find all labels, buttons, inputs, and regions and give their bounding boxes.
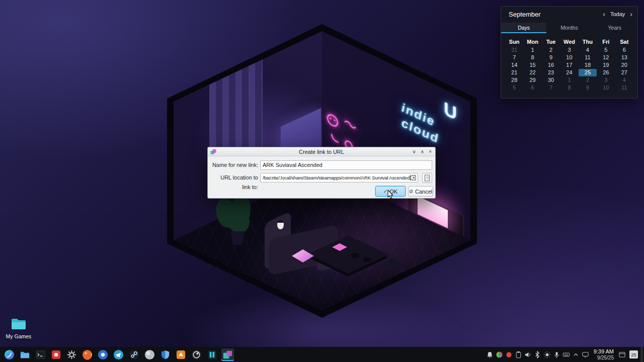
calendar-day[interactable]: 11 (579, 54, 597, 61)
calendar-day[interactable]: 13 (615, 54, 633, 61)
day-badge[interactable]: 25 (629, 350, 638, 358)
taskbar-app-shield[interactable] (159, 348, 172, 361)
name-input[interactable]: ARK Suviaval Ascended (260, 160, 432, 170)
calendar-day[interactable]: 12 (597, 54, 615, 61)
microphone-icon[interactable] (552, 348, 561, 360)
calendar-day[interactable]: 3 (597, 76, 615, 84)
desktop-icon-label: My Games (6, 333, 32, 339)
calendar-day-selected[interactable]: 25 (579, 69, 597, 76)
color-wheel-icon[interactable] (495, 348, 504, 360)
bluetooth-icon[interactable] (533, 348, 542, 360)
calendar-day[interactable]: 2 (542, 46, 560, 54)
taskbar-app-blue[interactable] (97, 348, 109, 361)
calendar-day[interactable]: 4 (615, 76, 633, 84)
taskbar-app-orange[interactable] (175, 348, 187, 361)
record-icon[interactable] (504, 348, 514, 360)
calendar-day[interactable]: 18 (579, 61, 597, 69)
taskbar-app-terminal[interactable] (34, 348, 47, 361)
taskbar-app-launcher[interactable] (3, 348, 16, 361)
calendar-day[interactable]: 19 (597, 61, 615, 69)
calendar-day[interactable]: 2 (579, 76, 597, 84)
calendar-day[interactable]: 10 (560, 54, 578, 61)
controller (351, 253, 359, 258)
taskbar-app-steam[interactable] (128, 348, 140, 361)
calendar-day[interactable]: 3 (560, 46, 578, 54)
penguin-figure (277, 220, 284, 229)
calendar-day[interactable]: 28 (505, 76, 523, 84)
calendar-weekday: Mon (523, 38, 541, 46)
calendar-day[interactable]: 17 (560, 61, 578, 69)
browse-file-button[interactable] (422, 173, 432, 183)
show-desktop-strip[interactable] (640, 347, 643, 362)
taskbar-app-obs[interactable] (190, 348, 203, 361)
taskbar-app-messenger[interactable] (112, 348, 125, 361)
clipboard-icon[interactable] (514, 348, 523, 360)
calendar-day[interactable]: 8 (560, 84, 578, 92)
panel-icon[interactable] (617, 348, 627, 360)
taskbar-app-settings[interactable] (65, 348, 78, 361)
calendar-tab-days[interactable]: Days (501, 23, 546, 33)
tray-expand-icon[interactable] (571, 348, 581, 360)
cancel-icon: ⊘ (409, 189, 413, 194)
calendar-day[interactable]: 1 (560, 76, 578, 84)
calendar-day[interactable]: 4 (579, 46, 597, 54)
brightness-icon[interactable] (542, 348, 552, 360)
cancel-button[interactable]: ⊘ Cancel (408, 186, 433, 197)
calendar-day[interactable]: 10 (597, 84, 615, 92)
minimize-icon[interactable]: ∨ (413, 147, 416, 156)
taskbar-clock[interactable]: 9:39 AM 9/25/25 (591, 348, 617, 360)
calendar-day[interactable]: 15 (523, 61, 541, 69)
calendar-day[interactable]: 16 (542, 61, 560, 69)
clock-date: 9/25/25 (594, 355, 614, 361)
taskbar-app-firefox[interactable] (81, 348, 94, 361)
calendar-tab-years[interactable]: Years (592, 23, 637, 33)
check-icon: ✓ (383, 189, 387, 194)
calendar-day[interactable]: 23 (542, 69, 560, 76)
keyboard-icon[interactable] (561, 348, 571, 360)
desktop-icon-my-games[interactable]: My Games (2, 318, 35, 339)
name-field-label: Name for new link: (212, 160, 258, 170)
calendar-day[interactable]: 14 (505, 61, 523, 69)
calendar-day[interactable]: 5 (505, 84, 523, 92)
calendar-day[interactable]: 1 (523, 46, 541, 54)
calendar-day[interactable]: 30 (542, 76, 560, 84)
calendar-day[interactable]: 31 (505, 46, 523, 54)
calendar-day[interactable]: 27 (615, 69, 633, 76)
calendar-today-button[interactable]: Today (610, 11, 625, 17)
calendar-day[interactable]: 7 (542, 84, 560, 92)
taskbar-app-files[interactable] (19, 348, 31, 361)
taskbar-app-red[interactable] (50, 348, 62, 361)
calendar-prev-icon[interactable]: ‹ (603, 10, 605, 18)
taskbar-task-create-link[interactable] (221, 348, 234, 361)
close-icon[interactable]: × (429, 147, 432, 156)
calendar-day[interactable]: 26 (597, 69, 615, 76)
calendar-tab-months[interactable]: Months (546, 23, 592, 33)
volume-icon[interactable] (523, 348, 533, 360)
display-icon[interactable] (581, 348, 590, 360)
calendar-day[interactable]: 11 (615, 84, 633, 92)
calendar-day[interactable]: 7 (505, 54, 523, 61)
calendar-day[interactable]: 24 (560, 69, 578, 76)
calendar-day[interactable]: 9 (579, 84, 597, 92)
maximize-icon[interactable]: ∧ (421, 147, 424, 156)
clear-text-icon[interactable] (409, 174, 417, 182)
dialog-titlebar[interactable]: Create link to URL ∨ ∧ × (208, 147, 435, 156)
calendar-day[interactable]: 9 (542, 54, 560, 61)
taskbar-app-teal[interactable] (206, 348, 218, 361)
calendar-day[interactable]: 20 (615, 61, 633, 69)
calendar-popup: September ‹ Today › Days Months Years Su… (501, 6, 638, 99)
calendar-next-icon[interactable]: › (630, 10, 632, 18)
url-input-value: /bazzite/.local/share/Steam/steamapps/co… (263, 175, 410, 180)
calendar-day[interactable]: 6 (615, 46, 633, 54)
system-tray (485, 348, 590, 360)
calendar-day[interactable]: 6 (523, 84, 541, 92)
taskbar-app-sphere[interactable] (143, 348, 156, 361)
calendar-day[interactable]: 21 (505, 69, 523, 76)
calendar-day[interactable]: 22 (523, 69, 541, 76)
calendar-day[interactable]: 29 (523, 76, 541, 84)
calendar-day[interactable]: 8 (523, 54, 541, 61)
cancel-button-label: Cancel (415, 189, 432, 195)
calendar-day[interactable]: 5 (597, 46, 615, 54)
notifications-icon[interactable] (485, 348, 495, 360)
url-input[interactable]: /bazzite/.local/share/Steam/steamapps/co… (260, 173, 418, 183)
